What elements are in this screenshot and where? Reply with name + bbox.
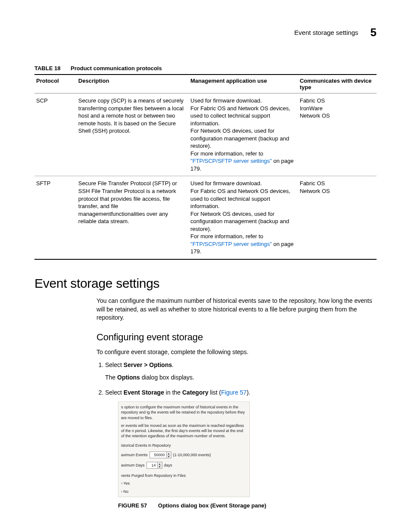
table-caption: Product communication protocols	[71, 65, 162, 72]
table-label: TABLE 18	[34, 65, 60, 72]
max-events-range: (1-10,000,000 events)	[173, 452, 211, 457]
figure-desc-1: s option to configure the maximum number…	[121, 404, 247, 420]
max-days-unit: days	[164, 463, 172, 468]
col-header-protocol: Protocol	[34, 75, 77, 93]
max-days-row: aximum Days 14 ▲▼ days	[121, 462, 247, 469]
spinner-arrows-icon[interactable]: ▲▼	[166, 452, 171, 458]
section-intro: You can configure the maximum number of …	[97, 297, 377, 322]
max-days-spinner[interactable]: 14 ▲▼	[146, 462, 162, 469]
subsection-heading: Configuring event storage	[97, 332, 377, 343]
max-events-spinner[interactable]: 50000 ▲▼	[149, 451, 171, 458]
running-title: Event storage settings	[294, 29, 358, 36]
max-events-value: 50000	[150, 452, 166, 458]
radio-no[interactable]: › No	[121, 489, 247, 494]
figure-section-purged: vents Purged from Repository in Files	[121, 473, 247, 478]
col-header-use: Management application use	[189, 75, 298, 93]
table-row: SFTP Secure File Transfer Protocol (SFTP…	[34, 176, 377, 259]
max-events-label: aximum Events	[121, 452, 148, 457]
figure-section-historical: istorical Events in Repository	[121, 443, 247, 448]
ftp-settings-link[interactable]: "FTP/SCP/SFTP server settings"	[190, 158, 272, 164]
chapter-number: 5	[371, 26, 377, 39]
max-days-value: 14	[147, 462, 157, 468]
radio-yes[interactable]: › Yes	[121, 481, 247, 486]
cell-protocol: SFTP	[34, 176, 77, 259]
protocols-table: Protocol Description Management applicat…	[34, 74, 377, 260]
figure-57-screenshot: s option to configure the maximum number…	[118, 401, 250, 497]
table-title: TABLE 18 Product communication protocols	[34, 65, 377, 72]
ftp-settings-link[interactable]: "FTP/SCP/SFTP server settings"	[190, 241, 272, 247]
figure-57-link[interactable]: Figure 57	[221, 389, 246, 396]
step-2: Select Event Storage in the Category lis…	[105, 388, 377, 510]
cell-use: Used for firmware download. For Fabric O…	[189, 176, 298, 259]
spinner-arrows-icon[interactable]: ▲▼	[157, 462, 162, 468]
cell-description: Secure File Transfer Protocol (SFTP) or …	[77, 176, 189, 259]
max-days-label: aximum Days	[121, 463, 145, 468]
cell-protocol: SCP	[34, 93, 77, 176]
figure-label: FIGURE 57	[118, 502, 147, 509]
cell-description: Secure copy (SCP) is a means of securely…	[77, 93, 189, 176]
step-1-result: The Options dialog box displays.	[105, 373, 377, 382]
step-1: Select Server > Options. The Options dia…	[105, 361, 377, 382]
figure-desc-2: er events will be moved as soon as the m…	[121, 423, 247, 439]
subsection-intro: To configure event storage, complete the…	[97, 348, 377, 357]
max-events-row: aximum Events 50000 ▲▼ (1-10,000,000 eve…	[121, 451, 247, 458]
figure-caption: FIGURE 57 Options dialog box (Event Stor…	[118, 501, 377, 510]
figure-caption-text: Options dialog box (Event Storage pane)	[158, 502, 266, 509]
cell-devices: Fabric OS IronWare Network OS	[298, 93, 377, 176]
running-header: Event storage settings 5	[34, 26, 377, 39]
cell-devices: Fabric OS Network OS	[298, 176, 377, 259]
table-row: SCP Secure copy (SCP) is a means of secu…	[34, 93, 377, 176]
col-header-description: Description	[77, 75, 189, 93]
steps-list: Select Server > Options. The Options dia…	[97, 361, 377, 510]
section-heading: Event storage settings	[34, 276, 377, 291]
col-header-device: Communicates with device type	[298, 75, 377, 93]
cell-use: Used for firmware download. For Fabric O…	[189, 93, 298, 176]
